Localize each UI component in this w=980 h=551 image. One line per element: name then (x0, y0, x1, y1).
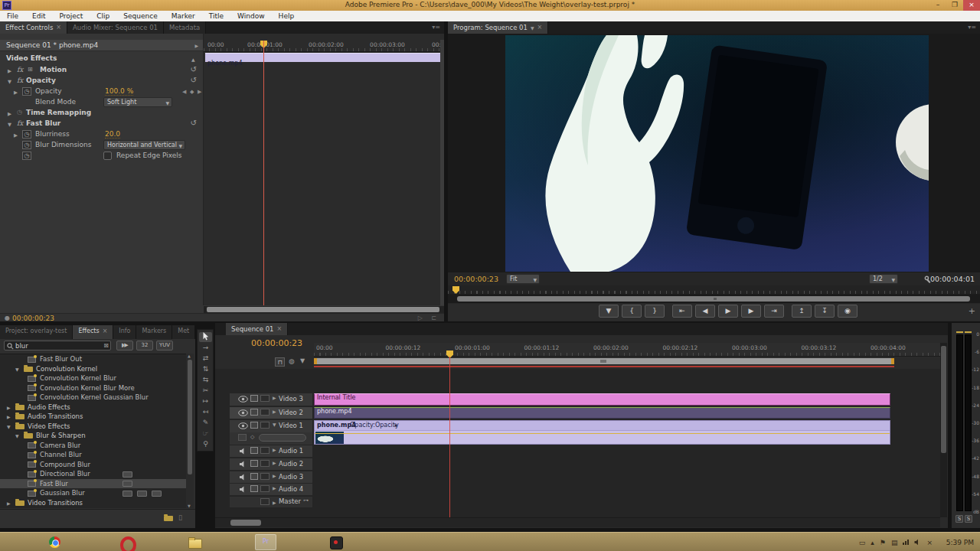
accelerated-effects-filter-button[interactable]: ◗▶ (116, 341, 133, 350)
program-scrub-bar[interactable] (448, 285, 980, 295)
track-header-video-3[interactable]: ▶ Video 3 (230, 393, 312, 406)
track-lock-toggle[interactable] (260, 460, 270, 467)
stopwatch-icon[interactable]: ◷ (22, 152, 31, 160)
effect-row-opacity[interactable]: ▼ fx Opacity ↺ (0, 76, 203, 86)
tree-expander-icon[interactable]: ▶ (7, 414, 11, 419)
maximize-button[interactable]: ❐ (946, 0, 963, 11)
tree-expander-icon[interactable]: ▶ (7, 405, 11, 410)
sync-lock-icon[interactable] (250, 422, 258, 429)
tree-item-audio-transitions[interactable]: ▶Audio Transitions (0, 412, 186, 422)
menu-window[interactable]: Window (230, 12, 272, 20)
extract-button[interactable]: ↧ (815, 305, 835, 318)
tab-effect-controls[interactable]: Effect Controls × (0, 21, 67, 34)
tab-info[interactable]: Info (113, 325, 136, 339)
set-display-style-icon[interactable] (238, 434, 247, 441)
track-lock-toggle[interactable] (260, 485, 270, 492)
blend-mode-dropdown[interactable]: Soft Light ▼ (103, 97, 172, 107)
menu-sequence[interactable]: Sequence (116, 12, 164, 20)
expander-icon[interactable]: ▼ (8, 79, 11, 85)
pen-tool[interactable]: ✎ (199, 418, 212, 428)
close-button[interactable]: × (963, 0, 980, 11)
ec-time-ruler[interactable]: 00:0000:00:01:0000:00:02:0000:00:03:0000… (204, 40, 444, 52)
lift-button[interactable]: ↥ (792, 305, 812, 318)
close-icon[interactable]: × (56, 24, 61, 34)
tree-item-camera-blur[interactable]: Camera Blur (0, 441, 186, 451)
expander-icon[interactable]: ▶ (273, 395, 276, 400)
clock[interactable]: 5:39 PM (946, 539, 974, 546)
effect-row-time-remapping[interactable]: ▶ ◷ Time Remapping (0, 108, 203, 119)
effect-row-motion[interactable]: ▶ fx ⊞ Motion ↺ (0, 65, 203, 76)
track-lock-toggle[interactable] (260, 409, 270, 416)
tree-item-directional-blur[interactable]: Directional Blur (0, 469, 186, 479)
track-select-tool[interactable]: → (199, 343, 212, 353)
opacity-rubber-band[interactable] (315, 433, 890, 434)
step-forward-button[interactable]: ▶ (741, 305, 761, 318)
expander-icon[interactable]: ▶ (273, 485, 276, 491)
speaker-icon[interactable] (239, 486, 247, 493)
speaker-icon[interactable] (239, 474, 247, 481)
menu-project[interactable]: Project (53, 12, 90, 20)
clip-phone-mp4-v1[interactable]: phone.mp4 Opacity:Opacity ▼ (314, 420, 890, 445)
speaker-icon[interactable] (239, 448, 247, 455)
work-area-start-handle[interactable] (314, 358, 317, 364)
scrollbar-thumb[interactable] (188, 360, 192, 474)
opacity-value[interactable]: 100.0 % (105, 87, 133, 96)
clip-phone-mp4-v2[interactable]: phone.mp4 (314, 407, 890, 419)
program-playhead-marker[interactable] (452, 286, 459, 294)
button-editor-plus-icon[interactable]: + (969, 306, 975, 316)
close-icon[interactable]: × (103, 328, 108, 339)
track-lock-toggle[interactable] (260, 422, 270, 429)
export-frame-button[interactable]: ◉ (838, 305, 858, 318)
yuv-filter-button[interactable]: YUV (156, 341, 173, 350)
scroll-up-icon[interactable]: ▲ (188, 354, 191, 358)
ec-horizontal-scrollbar[interactable] (204, 306, 444, 313)
tree-item-convolution-kernel-blur[interactable]: Convolution Kernel Blur (0, 373, 186, 383)
mark-out-button[interactable]: } (645, 305, 665, 318)
tree-item-blur-sharpen[interactable]: ▼Blur & Sharpen (0, 431, 186, 441)
loop-icon[interactable]: ⊏ (431, 315, 436, 321)
menu-help[interactable]: Help (272, 12, 302, 20)
tree-item-convolution-kernel-gaussian-blur[interactable]: Convolution Kernel Gaussian Blur (0, 393, 186, 403)
blurriness-value[interactable]: 20.0 (105, 130, 120, 139)
tree-item-fast-blur[interactable]: Fast Blur (0, 479, 186, 489)
clear-search-icon[interactable]: ⊠ (103, 342, 109, 349)
chevron-right-icon[interactable]: ▶ (194, 43, 198, 48)
action-center-flag-icon[interactable]: ⚑ (880, 539, 886, 546)
chevron-down-icon[interactable]: ▼ (394, 423, 397, 428)
track-header-audio-2[interactable]: ▶Audio 2 (230, 458, 312, 470)
work-area-bar[interactable] (314, 358, 894, 364)
previous-keyframe-icon[interactable]: ◀ (182, 89, 186, 95)
expander-icon[interactable]: ▶ (273, 473, 276, 478)
expander-icon[interactable]: ▶ (14, 90, 18, 96)
param-row-blurriness[interactable]: ▶ ◷ Blurriness 20.0 (0, 129, 203, 140)
play-button[interactable]: ▶ (718, 305, 738, 318)
network-icon[interactable] (903, 540, 909, 545)
search-box[interactable]: ⊠ (4, 341, 111, 350)
chevron-down-icon[interactable]: ▼ (531, 24, 534, 34)
menu-file[interactable]: File (0, 12, 25, 20)
rolling-edit-tool[interactable]: ⇅ (199, 364, 212, 374)
ec-vertical-scrollbar[interactable] (440, 40, 444, 305)
menu-marker[interactable]: Marker (165, 12, 202, 20)
tree-expander-icon[interactable]: ▼ (7, 424, 11, 429)
timeline-ruler[interactable]: 00:0000:00:00:1200:00:01:0000:00:01:1200… (314, 343, 942, 357)
tree-expander-icon[interactable]: ▼ (15, 367, 19, 372)
reset-effect-icon[interactable]: ↺ (191, 119, 197, 127)
step-back-button[interactable]: ◀ (695, 305, 715, 318)
tab-audio-mixer[interactable]: Audio Mixer: Sequence 01 (67, 21, 164, 34)
solo-left-button[interactable]: S (956, 515, 963, 523)
slip-tool[interactable]: ↦ (199, 396, 212, 406)
selection-tool[interactable] (199, 332, 212, 342)
expander-icon[interactable]: ▼ (273, 422, 276, 427)
menu-title[interactable]: Title (202, 12, 230, 20)
close-icon[interactable]: × (537, 24, 543, 34)
slide-tool[interactable]: ↤ (199, 407, 212, 417)
expander-icon[interactable]: ▶ (273, 500, 276, 505)
tab-project[interactable]: Project: overlay-test (0, 325, 73, 339)
tab-metadata-2[interactable]: Met (172, 325, 195, 339)
volume-icon[interactable] (914, 539, 921, 546)
panel-menu-icon[interactable]: ▾≡ (964, 21, 980, 34)
menu-edit[interactable]: Edit (25, 12, 52, 20)
track-lock-toggle[interactable] (260, 473, 270, 480)
tab-effects[interactable]: Effects × (73, 325, 113, 339)
